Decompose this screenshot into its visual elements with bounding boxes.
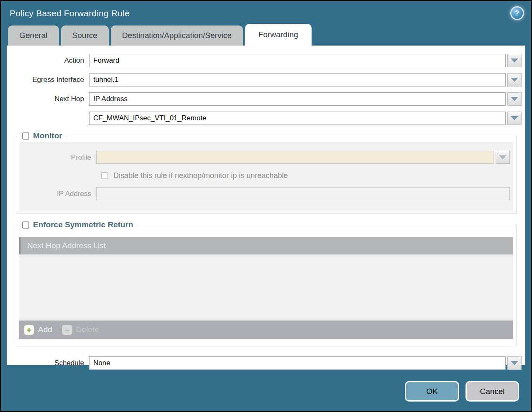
action-label: Action [7,56,89,65]
schedule-label: Schedule [7,359,89,367]
monitor-body: Profile Disable this rule if nexthop/mon… [19,142,513,211]
forwarding-tab-panel: Action Forward Egress Interface tunnel.1… [7,46,525,365]
chevron-down-icon [511,78,518,82]
schedule-row: Schedule None [7,356,525,370]
tab-destination-application-service-label: Destination/Application/Service [122,31,232,40]
next-hop-label: Next Hop [7,95,89,103]
monitor-ip-address-label: IP Address [19,190,96,198]
monitor-ip-address-row: IP Address [19,187,513,200]
chevron-down-icon [511,97,518,101]
next-hop-address-row: CF_MWAN_IPsec_VTI_01_Remote [7,112,525,125]
schedule-select[interactable]: None [89,356,506,370]
next-hop-select[interactable]: IP Address [89,92,506,106]
monitor-checkbox[interactable] [22,132,29,140]
minus-icon: – [62,325,72,335]
enforce-symmetric-return-checkbox[interactable] [22,221,29,229]
chevron-down-icon [511,361,518,365]
monitor-groupbox: Monitor Profile Disable this rule if nex… [16,136,517,214]
disable-rule-row: Disable this rule if nexthop/monitor ip … [101,169,513,182]
dialog-footer: OK Cancel [405,381,519,402]
chevron-down-icon [499,155,506,160]
monitor-legend-label: Monitor [33,131,62,140]
next-hop-address-dropdown-button[interactable] [507,112,522,125]
next-hop-address-list-body [19,254,513,320]
policy-based-forwarding-rule-dialog: Policy Based Forwarding Rule ? General S… [0,0,532,412]
next-hop-address-list-header-label: Next Hop Address List [27,241,106,250]
add-button[interactable]: Add [38,325,52,334]
tab-forwarding[interactable]: Forwarding [245,24,312,46]
next-hop-address-list-header: Next Hop Address List [19,237,513,254]
dialog-title: Policy Based Forwarding Rule [10,8,130,18]
chevron-down-icon [511,58,518,63]
next-hop-dropdown-button[interactable] [507,92,522,106]
egress-interface-dropdown-button[interactable] [507,73,522,86]
tab-source-label: Source [72,31,97,40]
schedule-dropdown-button[interactable] [507,356,522,370]
tab-general-label: General [19,31,48,40]
enforce-symmetric-return-legend-label: Enforce Symmetric Return [33,220,133,229]
egress-interface-select[interactable]: tunnel.1 [89,73,506,86]
tab-source[interactable]: Source [61,25,109,46]
profile-dropdown-button [496,151,510,164]
enforce-symmetric-return-legend: Enforce Symmetric Return [21,220,137,229]
next-hop-address-list-table: Next Hop Address List + Add – Delete [19,237,513,339]
ok-button[interactable]: OK [405,381,459,402]
dialog-title-bar: Policy Based Forwarding Rule ? [1,1,531,24]
monitor-ip-address-input [96,187,510,200]
action-row: Action Forward [7,54,525,67]
tab-general[interactable]: General [8,25,59,46]
cancel-button[interactable]: Cancel [466,381,519,402]
tab-destination-application-service[interactable]: Destination/Application/Service [111,25,243,46]
next-hop-address-list-toolbar: + Add – Delete [19,320,513,339]
disable-rule-label: Disable this rule if nexthop/monitor ip … [113,171,288,180]
next-hop-row: Next Hop IP Address [7,92,525,106]
egress-interface-row: Egress Interface tunnel.1 [7,73,525,86]
chevron-down-icon [511,116,518,120]
egress-interface-label: Egress Interface [7,76,89,84]
monitor-legend: Monitor [21,131,66,140]
action-select[interactable]: Forward [89,54,506,67]
profile-select [96,151,494,164]
profile-row: Profile [19,151,513,164]
enforce-symmetric-return-groupbox: Enforce Symmetric Return Next Hop Addres… [16,225,517,346]
tab-bar: General Source Destination/Application/S… [8,24,531,46]
tab-forwarding-label: Forwarding [258,30,298,39]
profile-label: Profile [19,153,96,162]
plus-icon[interactable]: + [24,325,34,335]
next-hop-address-select[interactable]: CF_MWAN_IPsec_VTI_01_Remote [89,112,506,125]
action-dropdown-button[interactable] [507,54,522,67]
help-icon[interactable]: ? [512,8,523,19]
delete-button: Delete [76,325,99,334]
disable-rule-checkbox [101,172,108,179]
